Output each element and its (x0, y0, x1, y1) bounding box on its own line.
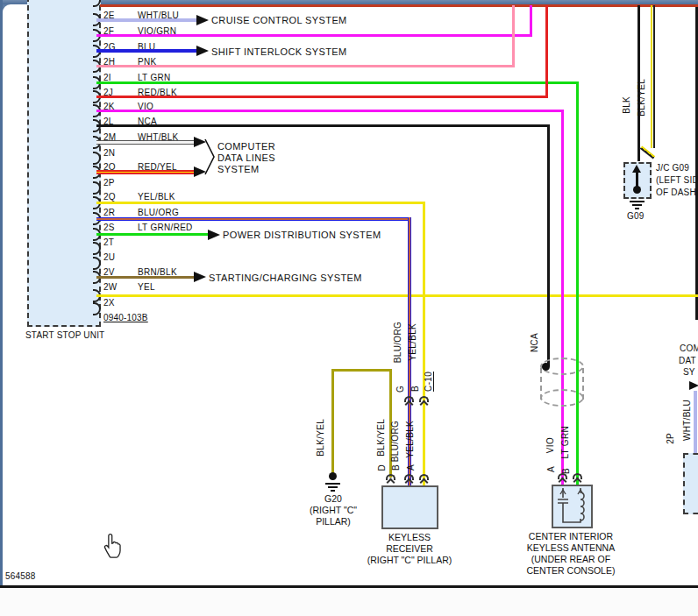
g20-location-1: (RIGHT "C" (298, 505, 368, 516)
receiver-wire-d-label: BLK/YEL (376, 419, 386, 457)
cruise-system-label: CRUISE CONTROL SYSTEM (211, 15, 347, 25)
antenna-label-4: CENTER CONSOLE) (517, 565, 624, 577)
wiring-diagram-viewer: { "diagram": { "footer_number": "564588"… (0, 0, 698, 616)
g20-location-2: PILLAR) (298, 516, 368, 527)
wire-2v-brnblk (96, 276, 195, 279)
hand-cursor-icon (102, 533, 125, 559)
right-system-label-2: DAT (679, 356, 696, 365)
nca-shield-dot (542, 363, 550, 371)
c10-terminal-icon-b (419, 396, 430, 409)
antenna-shield-wire-label: NCA (530, 333, 539, 352)
wire-redblk-up (545, 5, 548, 98)
jc-ground-dot (633, 186, 641, 194)
wire-2i-ltgrn (96, 81, 579, 84)
footer-area (0, 588, 698, 616)
power-system-label: POWER DISTRIBUTION SYSTEM (223, 230, 381, 240)
connector-id-label: 0940-103B (103, 313, 148, 322)
g20-ground-dot (329, 472, 337, 480)
receiver-pin-a-label: A (406, 464, 416, 471)
antenna-label-1: CENTER INTERIOR (517, 531, 624, 542)
computer-brace (204, 138, 216, 175)
wire-blkyel-g20-vertical (331, 371, 334, 474)
wire-2h-pnk (96, 65, 515, 67)
pin-id: 2U (103, 252, 115, 262)
wire-2r-bluorg (96, 217, 411, 221)
jc-name-label: J/C G09 (656, 163, 689, 173)
c10-upper-wire-b-label: BLU/ORG (393, 322, 402, 363)
jc-wire1-label: BLK (622, 96, 631, 114)
wire-2w-yel (96, 294, 698, 297)
antenna-wire-b-label: LT GRN (560, 426, 570, 459)
g09-ground-bar-1 (630, 201, 645, 202)
computer-system-label-1: COMPUTER (217, 141, 275, 152)
pin-wire-color: LT GRN/RED (138, 223, 193, 232)
pin-wire-color: BLU/ORG (138, 208, 179, 217)
computer-system-label-2: DATA LINES (217, 152, 275, 163)
shield-ellipse-bottom (540, 389, 584, 407)
wire-blkyel-g20-horizontal (331, 369, 392, 372)
frame-corner-round (3, 4, 15, 17)
antenna-label-block: CENTER INTERIOR KEYLESS ANTENNA (UNDER R… (517, 531, 624, 577)
g09-label: G09 (627, 211, 645, 221)
pin-id: 2P (103, 178, 115, 188)
jc-location-label-1: (LEFT SID (656, 175, 698, 185)
pin-id: 2X (103, 298, 115, 308)
receiver-label-3: (RIGHT "C" PILLAR) (356, 555, 463, 566)
g20-ground-bar-3 (331, 490, 335, 492)
right-system-label-1: COM (680, 343, 698, 353)
shift-system-label: SHIFT INTERLOCK SYSTEM (211, 46, 347, 57)
wire-blkyel-jc-black (653, 5, 655, 148)
computer-system-label-3: SYSTEM (217, 164, 260, 174)
wire-pnk-up (512, 5, 515, 67)
pin-id: 2T (103, 237, 114, 247)
cruise-arrow-icon (196, 15, 209, 25)
receiver-pin-d-label: D (377, 464, 387, 471)
wire-2e-whtblu (96, 18, 198, 22)
pin-id: 2R (103, 208, 115, 217)
wire-2k-vio (96, 110, 564, 112)
wire-2f-viogrn (96, 34, 532, 37)
g09-ground-bar-2 (632, 204, 642, 206)
receiver-wire-a-label: YEL/BLK (405, 421, 415, 458)
wire-ltgrn-down (576, 81, 579, 486)
g20-ground-bar-1 (325, 483, 340, 485)
wire-whtblu-right (694, 391, 697, 453)
wire-2j-redblk (96, 96, 548, 98)
wire-2l-nca (96, 124, 550, 127)
c10-upper-wire-a-label: YEL/BLK (408, 323, 417, 361)
receiver-pin-b-label: B (391, 464, 401, 471)
right-pin-label: 2P (666, 433, 675, 444)
antenna-internal-symbol (554, 487, 591, 527)
g20-name: G20 (298, 493, 368, 505)
right-system-label-3: SY (683, 367, 695, 377)
g20-label-block: G20 (RIGHT "C" PILLAR) (298, 493, 368, 527)
starting-arrow-icon (194, 272, 206, 282)
wire-viogrn-up (530, 5, 532, 37)
wire-top-red (100, 4, 698, 7)
antenna-label-2: KEYLESS ANTENNA (517, 542, 624, 554)
pin-id: 2Q (103, 192, 116, 202)
wire-2g-blu (96, 49, 198, 53)
starting-system-label: STARTING/CHARGING SYSTEM (209, 273, 362, 283)
c10-pin-g-label: G (395, 386, 405, 393)
start-stop-unit-label: START STOP UNIT (25, 330, 104, 340)
left-frame-bar (0, 0, 3, 586)
c10-terminal-icon-g (404, 396, 415, 409)
antenna-label-3: (UNDER REAR OF (517, 554, 624, 565)
pin-id: 2N (103, 148, 115, 158)
receiver-wire-b-label: BLU/ORG (390, 421, 400, 462)
wire-blkyel-jc-yellow (651, 5, 652, 148)
power-arrow-icon (208, 230, 220, 240)
shift-arrow-icon (196, 46, 209, 56)
footer-number: 564588 (5, 571, 36, 581)
wire-nca-down (547, 124, 550, 366)
c10-id-label: C-10 (424, 372, 433, 392)
wire-2q-yelblk (96, 202, 425, 204)
right-system-arrow-icon (689, 381, 698, 390)
pin-id: 2W (103, 282, 118, 292)
g09-ground-bar-3 (635, 208, 639, 209)
jc-wire2-label: BLK/YEL (637, 79, 646, 117)
right-wire-label: WHT/BLU (682, 400, 692, 441)
antenna-wire-a-label: VIO (545, 437, 555, 453)
antenna-pin-a-label: A (546, 466, 556, 472)
